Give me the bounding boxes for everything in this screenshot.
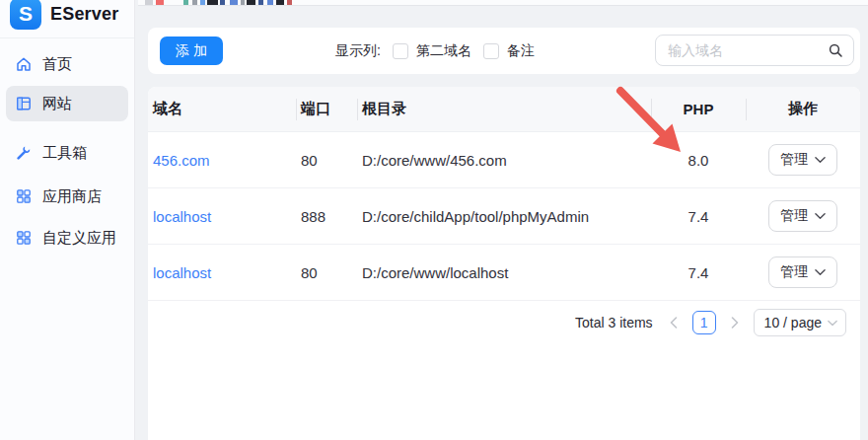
website-table-card: 域名 端口 根目录 PHP 操作 456.com 80 D:/core/www/…	[148, 87, 860, 440]
checkbox-icon[interactable]	[483, 43, 499, 59]
col-header-php: PHP	[651, 101, 746, 117]
sidebar-item-custom-app[interactable]: 自定义应用	[6, 220, 128, 256]
cell-port: 80	[296, 152, 357, 169]
chevron-right-icon	[731, 317, 739, 329]
manage-button-label: 管理	[780, 207, 808, 225]
domain-search[interactable]	[655, 35, 854, 66]
cell-php: 7.4	[651, 264, 746, 281]
sidebar-item-home[interactable]: 首页	[6, 46, 128, 82]
toggle-second-domain[interactable]: 第二域名	[393, 42, 471, 60]
table-header-row: 域名 端口 根目录 PHP 操作	[148, 87, 860, 132]
cell-port: 80	[296, 264, 357, 281]
chevron-left-icon	[670, 317, 678, 329]
website-icon	[15, 95, 33, 112]
clipped-top-header	[138, 0, 868, 6]
manage-button[interactable]: 管理	[768, 200, 837, 232]
table-row: 456.com 80 D:/core/www/456.com 8.0 管理	[148, 132, 860, 188]
app-logo: S EServer	[10, 0, 118, 35]
cell-domain: 456.com	[148, 152, 296, 169]
table-row: localhost 80 D:/core/www/localhost 7.4 管…	[148, 245, 860, 301]
chevron-down-icon	[815, 156, 826, 164]
domain-link[interactable]: localhost	[153, 264, 211, 281]
manage-button-label: 管理	[780, 263, 808, 281]
cell-actions: 管理	[746, 144, 860, 176]
cell-port: 888	[296, 208, 357, 225]
search-icon[interactable]	[828, 42, 843, 58]
app-name: EServer	[50, 4, 118, 25]
toggle-label: 备注	[507, 42, 535, 60]
grid-icon	[15, 187, 33, 205]
sidebar-item-app-store[interactable]: 应用商店	[6, 179, 128, 214]
checkbox-icon[interactable]	[393, 43, 408, 59]
sidebar-divider	[0, 37, 134, 38]
cell-domain: localhost	[148, 264, 296, 281]
display-columns-group: 显示列: 第二域名 备注	[335, 28, 535, 74]
next-page-button[interactable]	[726, 311, 744, 334]
chevron-down-icon	[828, 320, 837, 327]
sidebar-item-toolbox[interactable]: 工具箱	[6, 135, 128, 171]
cell-php: 7.4	[651, 208, 746, 225]
col-header-port: 端口	[296, 100, 357, 118]
home-icon	[15, 55, 33, 73]
pagination: Total 3 items 1 10 / page	[148, 301, 860, 344]
sidebar-item-label: 首页	[42, 55, 72, 74]
col-header-root: 根目录	[357, 100, 651, 118]
add-button[interactable]: 添 加	[160, 37, 223, 65]
domain-link[interactable]: 456.com	[153, 152, 210, 169]
cell-actions: 管理	[746, 200, 860, 232]
toolbar: 添 加 显示列: 第二域名 备注	[148, 28, 860, 74]
sidebar-item-website[interactable]: 网站	[6, 86, 128, 121]
chevron-down-icon	[815, 212, 826, 220]
cell-php: 8.0	[651, 152, 746, 169]
wrench-icon	[15, 144, 33, 162]
cell-domain: localhost	[148, 208, 296, 225]
page-number-1[interactable]: 1	[692, 311, 716, 334]
display-columns-label: 显示列:	[335, 42, 381, 60]
pagination-total: Total 3 items	[575, 315, 653, 330]
cell-root: D:/core/www/localhost	[357, 264, 651, 281]
sidebar-item-label: 自定义应用	[42, 229, 116, 248]
grid-icon	[15, 229, 33, 247]
app-logo-icon: S	[10, 0, 41, 30]
search-input[interactable]	[668, 42, 828, 58]
sidebar-item-label: 网站	[42, 95, 72, 113]
page-size-select[interactable]: 10 / page	[754, 309, 846, 336]
col-header-actions: 操作	[746, 100, 860, 118]
manage-button[interactable]: 管理	[768, 257, 837, 288]
sidebar: S EServer 首页 网站 工具箱 应用商店	[0, 0, 135, 440]
toggle-label: 第二域名	[416, 42, 471, 60]
col-header-domain: 域名	[148, 100, 296, 118]
chevron-down-icon	[815, 268, 826, 276]
sidebar-item-label: 应用商店	[42, 187, 102, 206]
table-row: localhost 888 D:/core/childApp/tool/phpM…	[148, 188, 860, 245]
page-size-value: 10 / page	[764, 315, 822, 330]
cell-root: D:/core/www/456.com	[357, 152, 651, 169]
prev-page-button[interactable]	[665, 311, 683, 334]
sidebar-item-label: 工具箱	[42, 144, 87, 163]
manage-button-label: 管理	[780, 151, 808, 169]
cell-actions: 管理	[746, 257, 860, 288]
cell-root: D:/core/childApp/tool/phpMyAdmin	[357, 208, 651, 225]
domain-link[interactable]: localhost	[153, 208, 211, 225]
toggle-remark[interactable]: 备注	[483, 42, 535, 60]
manage-button[interactable]: 管理	[768, 144, 837, 176]
